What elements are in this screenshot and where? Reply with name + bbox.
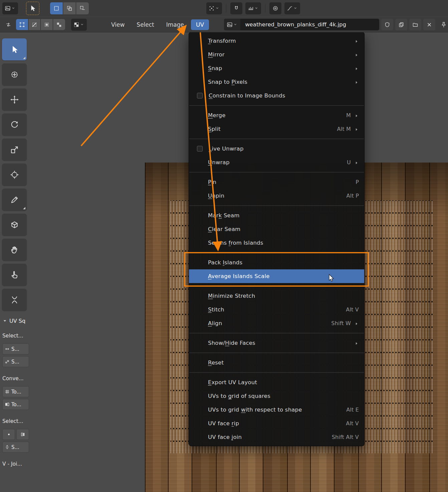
sticky-selection-dropdown[interactable] — [71, 19, 87, 31]
transform-tool[interactable] — [2, 164, 27, 186]
columns-icon — [20, 432, 25, 437]
grab-brush[interactable] — [2, 239, 27, 261]
menu-item-live-unwrap[interactable]: Live Unwrap — [189, 142, 364, 156]
menu-separator — [189, 333, 364, 333]
menu-item-seams-from-islands[interactable]: Seams from Islands — [189, 236, 364, 250]
uv-selection-mode-group — [16, 19, 65, 30]
divider — [226, 4, 226, 13]
menu-uv[interactable]: UV — [191, 19, 209, 30]
menu-item-uv-face-join[interactable]: UV face joinShift Alt V — [189, 430, 364, 444]
select-mode-subtract[interactable] — [76, 2, 89, 14]
grid-hash-icon — [5, 389, 10, 394]
menu-shortcut: Alt P — [347, 193, 359, 199]
menu-item-label: UV face join — [208, 434, 242, 440]
menu-item-merge[interactable]: MergeM — [189, 108, 364, 122]
cube-icon — [10, 220, 19, 229]
image-buttons-group — [379, 19, 435, 30]
uv-face-select-button[interactable] — [41, 19, 53, 30]
panel-button-s[interactable]: S... — [2, 356, 29, 367]
menu-item-uv-face-rip[interactable]: UV face ripAlt V — [189, 417, 364, 430]
rotate-arrows-icon — [10, 120, 19, 129]
menu-item-transform[interactable]: Transform — [189, 34, 364, 48]
menu-item-show-hide-faces[interactable]: Show/Hide Faces — [189, 336, 364, 350]
relax-brush[interactable] — [2, 264, 27, 286]
snap-increment-icon — [248, 5, 254, 11]
menu-item-uvs-to-grid-with-respect-to-shape[interactable]: UVs to grid with respect to shapeAlt E — [189, 403, 364, 417]
menu-item-clear-seam[interactable]: Clear Seam — [189, 222, 364, 236]
uv-island-select-button[interactable] — [53, 19, 65, 30]
uv-sync-selection-toggle[interactable] — [3, 19, 14, 30]
panel-button-to[interactable]: To... — [2, 399, 29, 410]
menu-item-label: Minimize Stretch — [208, 293, 255, 299]
falloff-dropdown[interactable] — [284, 2, 300, 14]
scale-tool[interactable] — [2, 139, 27, 161]
panel-button-label: To... — [11, 402, 21, 408]
unlink-image-button[interactable] — [423, 19, 435, 30]
panel-button-to[interactable]: To... — [2, 386, 29, 397]
menu-select[interactable]: Select — [132, 19, 159, 30]
menu-item-stitch[interactable]: StitchAlt V — [189, 303, 364, 316]
uv-edge-select-button[interactable] — [28, 19, 40, 30]
menu-item-unwrap[interactable]: UnwrapU — [189, 156, 364, 169]
proportional-editing-button[interactable] — [269, 2, 281, 14]
panel-header[interactable]: UV Sq — [0, 314, 31, 326]
pinch-brush[interactable] — [2, 289, 27, 311]
fake-user-button[interactable] — [381, 19, 393, 30]
menu-item-pin[interactable]: PinP — [189, 175, 364, 189]
pin-button[interactable] — [438, 19, 448, 30]
divider — [265, 4, 265, 13]
snap-settings-dropdown[interactable] — [245, 2, 261, 14]
dot-toggle-button[interactable] — [2, 429, 15, 440]
checker-icon — [73, 22, 79, 28]
menu-item-label: UVs to grid of squares — [208, 393, 270, 399]
menubar: ViewSelectImageUV — [105, 19, 210, 30]
new-image-button[interactable] — [395, 19, 407, 30]
menu-item-average-islands-scale[interactable]: Average Islands Scale — [189, 269, 364, 283]
menu-item-mirror[interactable]: Mirror — [189, 48, 364, 61]
cursor-tool[interactable] — [2, 63, 27, 85]
pivot-point-dropdown[interactable] — [206, 2, 222, 14]
menu-item-snap-to-pixels[interactable]: Snap to Pixels — [189, 75, 364, 89]
menu-item-align[interactable]: AlignShift W — [189, 316, 364, 330]
uv-vertex-select-button[interactable] — [16, 19, 28, 30]
magnet-icon — [233, 5, 239, 11]
move-tool[interactable] — [2, 88, 27, 110]
menu-item-label: Clear Seam — [208, 226, 240, 232]
snap-toggle-button[interactable] — [230, 2, 242, 14]
rotate-tool[interactable] — [2, 113, 27, 136]
flyout-indicator — [23, 57, 25, 59]
select-mode-extend[interactable] — [63, 2, 76, 14]
menu-item-mark-seam[interactable]: Mark Seam — [189, 209, 364, 222]
menu-item-reset[interactable]: Reset — [189, 356, 364, 370]
menu-item-split[interactable]: SplitAlt M — [189, 122, 364, 136]
measure-tool[interactable] — [2, 214, 27, 236]
hand-icon — [10, 245, 19, 254]
menu-item-minimize-stretch[interactable]: Minimize Stretch — [189, 289, 364, 303]
tweak-tool[interactable] — [2, 38, 27, 60]
menu-item-snap[interactable]: Snap — [189, 61, 364, 75]
menu-item-export-uv-layout[interactable]: Export UV Layout — [189, 376, 364, 389]
menu-item-uvs-to-grid-of-squares[interactable]: UVs to grid of squares — [189, 389, 364, 403]
flyout-indicator — [23, 207, 25, 209]
face-select-icon — [44, 22, 50, 28]
active-tool-button[interactable] — [26, 2, 39, 15]
browse-image-dropdown[interactable] — [224, 19, 240, 30]
submenu-arrow-icon — [354, 160, 359, 165]
panel-button-s[interactable]: S... — [2, 343, 29, 354]
menu-view[interactable]: View — [106, 19, 130, 30]
image-name-field[interactable]: weathered_brown_planks_diff_4k.jpg — [240, 21, 379, 28]
editor-type-dropdown[interactable] — [2, 2, 18, 14]
menu-item-constrain-to-image-bounds[interactable]: Constrain to Image Bounds — [189, 89, 364, 102]
panel-button-s[interactable]: S... — [2, 442, 29, 453]
select-mode-set[interactable] — [50, 2, 63, 14]
menu-item-unpin[interactable]: UnpinAlt P — [189, 189, 364, 203]
menu-image[interactable]: Image — [161, 19, 189, 30]
menu-item-pack-islands[interactable]: Pack Islands — [189, 256, 364, 269]
menu-item-label: Pin — [208, 179, 216, 185]
columns-toggle-button[interactable] — [16, 429, 29, 440]
open-image-button[interactable] — [409, 19, 421, 30]
annotate-tool[interactable] — [2, 189, 27, 211]
menu-item-label: Snap to Pixels — [208, 79, 247, 85]
menu-shortcut: Alt V — [346, 420, 359, 427]
menu-separator — [189, 205, 364, 206]
